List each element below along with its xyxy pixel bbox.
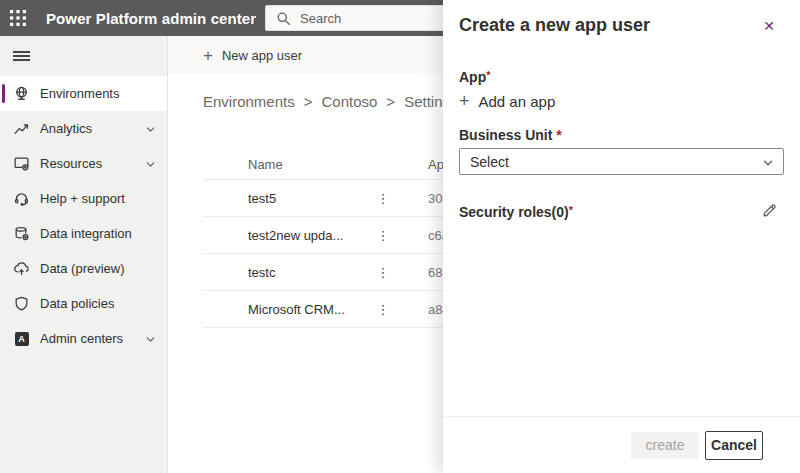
database-icon bbox=[13, 225, 30, 242]
business-unit-label: Business Unit * bbox=[459, 127, 784, 143]
row-overflow-menu-button[interactable]: ⋮ bbox=[368, 302, 398, 317]
cancel-button[interactable]: Cancel bbox=[705, 431, 763, 460]
chevron-down-icon bbox=[145, 158, 156, 173]
row-overflow-menu-button[interactable]: ⋮ bbox=[368, 228, 398, 243]
breadcrumb-separator: > bbox=[386, 93, 395, 110]
search-input[interactable] bbox=[266, 6, 460, 30]
chevron-down-icon bbox=[145, 333, 156, 348]
headset-icon bbox=[13, 190, 30, 207]
breadcrumb-item-contoso[interactable]: Contoso bbox=[321, 93, 377, 110]
sidebar-item-data-policies[interactable]: Data policies bbox=[0, 286, 167, 321]
select-value: Select bbox=[470, 154, 509, 170]
cloud-upload-icon bbox=[13, 260, 30, 277]
pencil-icon bbox=[761, 202, 778, 219]
business-unit-select[interactable]: Select bbox=[459, 148, 784, 175]
app-title: Power Platform admin center bbox=[46, 10, 256, 27]
app-field-label: App* bbox=[459, 69, 784, 85]
sidebar-item-analytics[interactable]: Analytics bbox=[0, 111, 167, 146]
panel-header: Create a new app user ✕ bbox=[443, 0, 800, 36]
sidebar-item-help-support[interactable]: Help + support bbox=[0, 181, 167, 216]
chevron-down-icon bbox=[762, 157, 774, 172]
overflow-menu-icon: ⋮ bbox=[377, 302, 390, 317]
panel-body: App* + Add an app Business Unit * Select… bbox=[443, 36, 800, 416]
close-button[interactable]: ✕ bbox=[758, 15, 780, 37]
plus-icon: + bbox=[459, 92, 470, 110]
collapse-nav-button[interactable] bbox=[0, 36, 167, 76]
column-header-name[interactable]: Name bbox=[203, 157, 368, 172]
sidebar-item-label: Data (preview) bbox=[40, 261, 125, 276]
row-overflow-menu-button[interactable]: ⋮ bbox=[368, 265, 398, 280]
panel-footer: create Cancel bbox=[443, 416, 800, 473]
add-app-label: Add an app bbox=[479, 93, 556, 110]
row-overflow-menu-button[interactable]: ⋮ bbox=[368, 191, 398, 206]
edit-security-roles-button[interactable] bbox=[761, 202, 778, 222]
sidebar-item-label: Environments bbox=[40, 86, 119, 101]
required-asterisk: * bbox=[486, 69, 490, 81]
plus-icon: + bbox=[203, 47, 213, 64]
new-app-user-button[interactable]: + New app user bbox=[203, 47, 302, 64]
globe-icon bbox=[13, 85, 30, 102]
overflow-menu-icon: ⋮ bbox=[377, 228, 390, 243]
panel-title: Create a new app user bbox=[459, 15, 784, 36]
overflow-menu-icon: ⋮ bbox=[377, 191, 390, 206]
sidebar-item-label: Help + support bbox=[40, 191, 125, 206]
add-app-button[interactable]: + Add an app bbox=[459, 92, 784, 110]
create-button[interactable]: create bbox=[631, 432, 699, 459]
sidebar-item-label: Data integration bbox=[40, 226, 132, 241]
hamburger-icon bbox=[13, 49, 30, 63]
sidebar-item-data-integration[interactable]: Data integration bbox=[0, 216, 167, 251]
sidebar-item-resources[interactable]: Resources bbox=[0, 146, 167, 181]
sidebar-item-admin-centers[interactable]: A Admin centers bbox=[0, 321, 167, 356]
cell-name: Microsoft CRM... bbox=[203, 302, 368, 317]
waffle-icon bbox=[10, 10, 26, 26]
cell-name: test2new upda... bbox=[203, 228, 368, 243]
overflow-menu-icon: ⋮ bbox=[377, 265, 390, 280]
shield-icon bbox=[13, 295, 30, 312]
breadcrumb-separator: > bbox=[304, 93, 313, 110]
sidebar-item-label: Resources bbox=[40, 156, 102, 171]
security-roles-label: Security roles(0)* bbox=[459, 204, 761, 220]
sidebar-item-label: Data policies bbox=[40, 296, 114, 311]
chevron-down-icon bbox=[145, 123, 156, 138]
new-app-user-label: New app user bbox=[222, 48, 302, 63]
search-icon bbox=[276, 11, 291, 26]
sidebar-item-label: Admin centers bbox=[40, 331, 123, 346]
waffle-menu-button[interactable] bbox=[0, 0, 36, 36]
sidebar-item-data-preview[interactable]: Data (preview) bbox=[0, 251, 167, 286]
required-asterisk: * bbox=[569, 204, 573, 216]
search-box bbox=[265, 5, 461, 31]
create-app-user-panel: Create a new app user ✕ App* + Add an ap… bbox=[443, 0, 800, 473]
breadcrumb-item-environments[interactable]: Environments bbox=[203, 93, 295, 110]
admin-a-icon: A bbox=[13, 330, 30, 347]
cell-name: test5 bbox=[203, 191, 368, 206]
required-asterisk: * bbox=[556, 127, 561, 143]
security-roles-row: Security roles(0)* bbox=[459, 204, 784, 222]
sidebar-item-environments[interactable]: Environments bbox=[0, 76, 167, 111]
cell-name: testc bbox=[203, 265, 368, 280]
resources-icon bbox=[13, 155, 30, 172]
line-chart-icon bbox=[13, 120, 30, 137]
close-icon: ✕ bbox=[763, 18, 775, 34]
sidebar-item-label: Analytics bbox=[40, 121, 92, 136]
sidebar: Environments Analytics Resources bbox=[0, 36, 168, 473]
